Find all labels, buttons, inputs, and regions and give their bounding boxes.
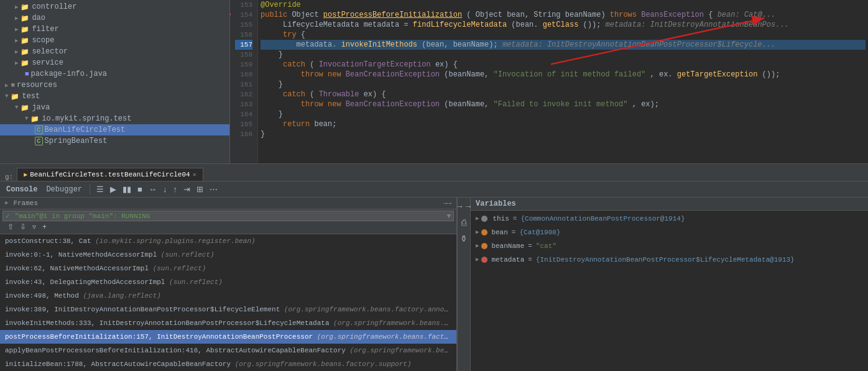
- frame-nav-buttons: ⇧ ⇩ ▿ +: [5, 221, 49, 232]
- bottom-section: g: ▶ BeanLifeCircleTest.testBeanLifeCirc…: [0, 164, 868, 371]
- toolbar-btn-list[interactable]: ☰: [94, 183, 106, 195]
- var-list: ▶ this = {CommonAnnotationBeanPostProces…: [471, 211, 868, 371]
- sidebar-item-controller[interactable]: ▶ 📁 controller: [0, 1, 229, 12]
- thread-status: "main"@1 in group "main": RUNNING: [15, 213, 150, 220]
- var-item-bean[interactable]: ▶ bean = {Cat@1908}: [471, 226, 868, 239]
- code-line-160: throw new BeanCreationException (beanNam…: [261, 70, 866, 80]
- service-label: service: [32, 58, 63, 67]
- debug-side-panel: →→ ⎙ ⚱: [457, 198, 471, 371]
- code-line-163: throw new BeanCreationException (beanNam…: [261, 99, 866, 109]
- toolbar-separator: [90, 185, 90, 195]
- toolbar-btn-run-to-cursor[interactable]: ⇥: [181, 183, 193, 195]
- top-section: ▶ 📁 controller ▶ 📁 dao ▶ 📁 filter ▶: [0, 0, 868, 164]
- toolbar-btn-step-out[interactable]: ↑: [170, 183, 180, 195]
- code-line-165: return bean;: [261, 119, 866, 129]
- frame-up-btn[interactable]: ⇧: [5, 221, 16, 232]
- code-editor: 153 154 ● @ 155 156 157 158 159 160 161 …: [230, 0, 868, 163]
- sidebar-item-package-info[interactable]: ■ package-info.java: [0, 68, 229, 80]
- sidebar-item-test[interactable]: ▼ 📁 test: [0, 91, 229, 102]
- var-expand-icon: ▶: [476, 254, 479, 265]
- frame-item-1[interactable]: invoke:0:-1, NativeMethodAccessorImpl (s…: [0, 248, 456, 262]
- var-item-this[interactable]: ▶ this = {CommonAnnotationBeanPostProces…: [471, 212, 868, 226]
- debug-tab-label: BeanLifeCircleTest.testBeanLifeCircle04: [30, 171, 190, 178]
- frames-pin-icon[interactable]: →→: [443, 199, 451, 207]
- var-expand-icon: ▶: [476, 213, 479, 224]
- sidebar-item-spring-bean-test[interactable]: C SpringBeanTest: [0, 135, 229, 147]
- frame-item-2[interactable]: invoke:62, NativeMethodAccessorImpl (sun…: [0, 262, 456, 275]
- code-line-156: try {: [261, 30, 866, 40]
- debug-tab-bar: g: ▶ BeanLifeCircleTest.testBeanLifeCirc…: [0, 164, 868, 181]
- debug-tab[interactable]: ▶ BeanLifeCircleTest.testBeanLifeCircle0…: [17, 168, 203, 181]
- debug-tab-close[interactable]: ✕: [193, 171, 196, 178]
- debugger-label[interactable]: Debugger: [42, 185, 86, 194]
- variables-label: Variables: [476, 199, 516, 208]
- side-copy-btn[interactable]: ⎙: [460, 216, 468, 229]
- var-dot-beanname: [481, 243, 487, 249]
- code-line-155: LifecycleMetadata metadata = findLifecyc…: [261, 20, 866, 30]
- frame-item-7[interactable]: postProcessBeforeInitialization:157, Ini…: [0, 330, 456, 344]
- frame-item-5[interactable]: invoke:389, InitDestroyAnnotationBeanPos…: [0, 303, 456, 316]
- sidebar: ▶ 📁 controller ▶ 📁 dao ▶ 📁 filter ▶: [0, 0, 230, 163]
- frame-item-3[interactable]: invoke:43, DelegatingMethodAccessorImpl …: [0, 275, 456, 289]
- sidebar-item-filter[interactable]: ▶ 📁 filter: [0, 24, 229, 35]
- toolbar-btn-step-into[interactable]: ↓: [160, 183, 170, 195]
- sidebar-item-resources[interactable]: ▶ ■ resources: [0, 80, 229, 91]
- code-content: @Override public Object postProcessBefor…: [258, 0, 868, 163]
- frame-add-btn[interactable]: +: [40, 221, 49, 232]
- code-line-157: metadata. invokeInitMethods (bean, beanN…: [261, 40, 866, 50]
- toolbar-btn-pause[interactable]: ▮▮: [120, 183, 134, 195]
- sidebar-item-package[interactable]: ▼ 📁 io.mykit.spring.test: [0, 113, 229, 124]
- var-item-metadata[interactable]: ▶ metadata = {InitDestroyAnnotationBeanP…: [471, 253, 868, 267]
- sidebar-item-java[interactable]: ▼ 📁 java: [0, 102, 229, 113]
- sidebar-item-bean-life-circle-test[interactable]: C BeanLifeCircleTest: [0, 124, 229, 135]
- sidebar-item-dao[interactable]: ▶ 📁 dao: [0, 12, 229, 24]
- toolbar-btn-grid[interactable]: ⊞: [194, 183, 206, 195]
- code-line-164: }: [261, 109, 866, 119]
- var-dot-bean: [481, 229, 487, 236]
- frame-item-6[interactable]: invokeInitMethods:333, InitDestroyAnnota…: [0, 316, 456, 330]
- debug-prefix-label: g:: [5, 173, 13, 181]
- toolbar-btn-step-over[interactable]: ↔: [146, 183, 159, 195]
- frame-list: postConstruct:38, Cat (io.mykit.spring.p…: [0, 234, 456, 371]
- debug-content: ► Frames →→ ✓ "main"@1 in group "main": …: [0, 198, 868, 371]
- var-dot-this: [481, 216, 487, 222]
- code-area: 153 154 ● @ 155 156 157 158 159 160 161 …: [230, 0, 868, 163]
- toolbar-btn-stop[interactable]: ■: [135, 183, 145, 195]
- code-line-153: @Override: [261, 0, 866, 10]
- code-line-154: public Object postProcessBeforeInitializ…: [261, 10, 866, 20]
- frames-label: Frames: [13, 199, 38, 207]
- thread-selector[interactable]: ✓ "main"@1 in group "main": RUNNING ▼: [2, 211, 454, 221]
- main-container: ▶ 📁 controller ▶ 📁 dao ▶ 📁 filter ▶: [0, 0, 868, 371]
- frame-item-0[interactable]: postConstruct:38, Cat (io.mykit.spring.p…: [0, 234, 456, 248]
- thread-running-icon: ✓: [6, 212, 10, 220]
- sidebar-item-selector[interactable]: ▶ 📁 selector: [0, 46, 229, 57]
- code-line-166: }: [261, 129, 866, 139]
- thread-selector-row: ✓ "main"@1 in group "main": RUNNING ▼ ⇧ …: [0, 209, 456, 234]
- frame-down-btn[interactable]: ⇩: [17, 221, 29, 232]
- var-item-beanname[interactable]: ▶ beanName = "cat": [471, 239, 868, 253]
- variables-panel: Variables ▶ this = {CommonAnnotationBean…: [471, 198, 868, 371]
- toolbar-btn-more[interactable]: ⋯: [207, 183, 220, 195]
- toolbar-btn-resume[interactable]: ▶: [108, 183, 119, 195]
- sidebar-item-service[interactable]: ▶ 📁 service: [0, 57, 229, 68]
- code-line-159: catch ( InvocationTargetException ex) {: [261, 60, 866, 70]
- console-label[interactable]: Console: [2, 185, 41, 194]
- frame-item-8[interactable]: applyBeanPostProcessorsBeforeInitializat…: [0, 344, 456, 357]
- side-glasses-btn[interactable]: ⚱: [459, 232, 469, 245]
- debug-toolbar: Console Debugger ☰ ▶ ▮▮ ■ ↔ ↓ ↑ ⇥ ⊞ ⋯: [0, 181, 868, 198]
- frame-filter-btn[interactable]: ▿: [30, 221, 39, 232]
- thread-dropdown-icon: ▼: [446, 213, 451, 220]
- debug-tab-icon: ▶: [24, 171, 27, 178]
- variables-header: Variables: [471, 198, 868, 211]
- var-expand-icon: ▶: [476, 240, 479, 252]
- sidebar-item-scope[interactable]: ▶ 📁 scope: [0, 35, 229, 46]
- frame-item-9[interactable]: initializeBean:1788, AbstractAutowireCap…: [0, 357, 456, 371]
- line-numbers: 153 154 ● @ 155 156 157 158 159 160 161 …: [230, 0, 258, 163]
- frame-item-4[interactable]: invoke:498, Method (java.lang.reflect): [0, 289, 456, 303]
- frames-expand-icon[interactable]: ►: [5, 200, 8, 206]
- frames-panel: ► Frames →→ ✓ "main"@1 in group "main": …: [0, 198, 457, 371]
- code-line-162: catch ( Throwable ex) {: [261, 89, 866, 99]
- var-expand-icon: ▶: [476, 227, 479, 238]
- frames-header: ► Frames →→: [0, 198, 456, 209]
- code-line-158: }: [261, 50, 866, 60]
